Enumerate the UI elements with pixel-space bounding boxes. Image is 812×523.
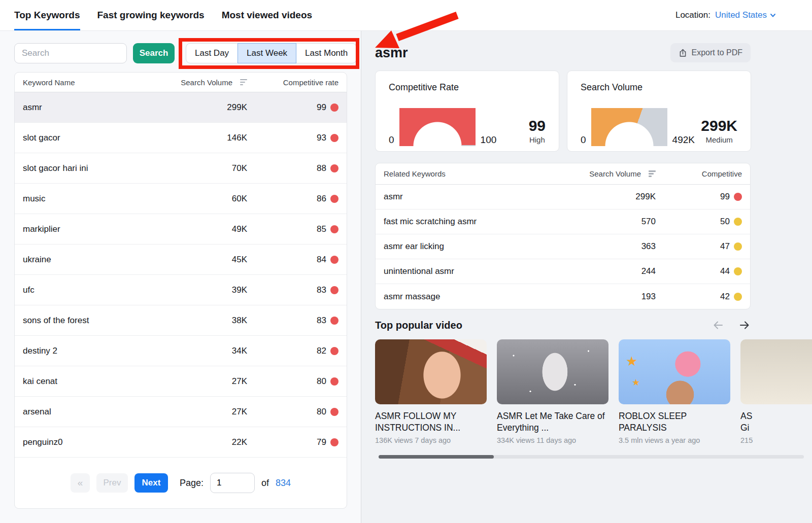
cell-rate: 44 [656, 266, 742, 276]
videos-header: Top popular video [375, 319, 751, 331]
video-thumbnail[interactable] [375, 339, 487, 404]
cell-volume: 60K [166, 194, 247, 204]
carousel-next-icon[interactable] [738, 319, 751, 331]
table-row[interactable]: arsenal 27K 80 [15, 397, 347, 427]
competitive-rate-gauge [399, 108, 476, 146]
next-page-button[interactable]: Next [134, 473, 168, 493]
rate-dot [330, 164, 339, 172]
table-row[interactable]: ufc 39K 83 [15, 275, 347, 305]
rate-dot [330, 286, 339, 294]
cell-volume: 34K [166, 346, 247, 356]
video-thumbnail[interactable]: ★ ★ [619, 339, 730, 404]
cell-volume: 299K [569, 192, 656, 202]
filter-last-day[interactable]: Last Day [186, 43, 238, 63]
filter-last-month[interactable]: Last Month [296, 43, 357, 63]
related-row[interactable]: fast mic scratching asmr 570 50 [376, 210, 750, 234]
horizontal-scrollbar-track [379, 455, 804, 459]
video-thumbnail[interactable] [497, 339, 608, 404]
page-label: Page: [180, 478, 204, 489]
total-pages-link[interactable]: 834 [276, 478, 291, 489]
rate-value: 80 [317, 407, 326, 417]
filter-last-week[interactable]: Last Week [238, 43, 296, 63]
table-row[interactable]: penguinz0 22K 79 [15, 427, 347, 458]
rate-value: 79 [317, 437, 326, 447]
page-number-input[interactable] [210, 473, 255, 493]
keyword-detail-pane: asmr Export to PDF Competitive Rate 0 10… [361, 31, 812, 523]
gauge-level: Medium [705, 135, 732, 144]
page-title: asmr [375, 45, 408, 61]
tab-fast-growing-keywords[interactable]: Fast growing keywords [97, 0, 205, 30]
table-row[interactable]: destiny 2 34K 82 [15, 336, 347, 366]
nav-tabs: Top Keywords Fast growing keywords Most … [14, 0, 312, 30]
star-decoration: ★ [632, 377, 640, 388]
video-title[interactable]: AS Gi [740, 410, 812, 434]
cell-rate: 93 [247, 133, 339, 143]
col-search-volume[interactable]: Search Volume [166, 78, 247, 87]
rate-dot [330, 347, 339, 355]
cell-rate: 80 [247, 407, 339, 417]
export-to-pdf-button[interactable]: Export to PDF [670, 43, 751, 62]
prev-page-button[interactable]: Prev [96, 473, 128, 493]
tab-top-keywords[interactable]: Top Keywords [14, 0, 80, 30]
star-decoration: ★ [626, 354, 637, 369]
rate-dot [734, 267, 742, 275]
video-card: ASMR Let Me Take Care of Everything ... … [497, 339, 608, 444]
search-button[interactable]: Search [133, 43, 175, 63]
table-row[interactable]: kai cenat 27K 80 [15, 366, 347, 397]
sort-icon [240, 79, 247, 86]
gauge-max: 492K [672, 134, 695, 146]
video-thumbnail[interactable] [740, 339, 812, 404]
location-dropdown[interactable]: United States [715, 10, 776, 20]
video-title[interactable]: ROBLOX SLEEP PARALYSIS [619, 410, 730, 434]
search-input[interactable] [14, 43, 127, 63]
table-row[interactable]: slot gacor hari ini 70K 88 [15, 153, 347, 184]
first-page-button[interactable]: « [71, 473, 90, 493]
rate-dot [330, 103, 339, 112]
related-row[interactable]: asmr 299K 99 [376, 185, 750, 210]
horizontal-scrollbar-thumb[interactable] [379, 455, 494, 459]
cell-volume: 363 [569, 241, 656, 252]
export-label: Export to PDF [692, 48, 742, 57]
competitive-rate-card: Competitive Rate 0 100 99 High [375, 71, 559, 152]
table-row[interactable]: sons of the forest 38K 83 [15, 305, 347, 336]
export-icon [679, 49, 687, 57]
cell-keyword: unintentional asmr [384, 266, 569, 276]
video-meta: 136K views 7 days ago [375, 436, 487, 444]
cell-volume: 39K [166, 285, 247, 295]
video-meta: 215 [740, 436, 812, 444]
col-competitive-rate: Competitive rate [247, 78, 339, 87]
rate-value: 42 [720, 292, 730, 302]
gauge-min: 0 [581, 134, 586, 146]
related-row[interactable]: asmr massage 193 42 [376, 284, 750, 309]
cell-keyword: slot gacor hari ini [23, 163, 166, 173]
rate-dot [330, 134, 339, 142]
cell-volume: 570 [569, 217, 656, 227]
table-row[interactable]: markiplier 49K 85 [15, 214, 347, 245]
video-title[interactable]: ASMR FOLLOW MY INSTRUCTIONS IN... [375, 410, 487, 434]
keywords-pane: Search Last Day Last Week Last Month Key… [0, 31, 361, 523]
time-filter-group: Last Day Last Week Last Month [186, 43, 357, 63]
tab-most-viewed-videos[interactable]: Most viewed videos [222, 0, 312, 30]
cell-volume: 146K [166, 133, 247, 143]
col-search-volume[interactable]: Search Volume [569, 169, 656, 178]
video-title[interactable]: ASMR Let Me Take Care of Everything ... [497, 410, 608, 434]
rate-dot [330, 195, 339, 203]
table-row[interactable]: ukraine 45K 84 [15, 245, 347, 275]
table-row[interactable]: asmr 299K 99 [15, 92, 347, 123]
table-row[interactable]: slot gacor 146K 93 [15, 123, 347, 153]
sort-icon [649, 170, 656, 177]
cell-volume: 193 [569, 292, 656, 302]
table-row[interactable]: music 60K 86 [15, 184, 347, 214]
cell-keyword: asmr ear licking [384, 241, 569, 252]
rate-value: 47 [720, 241, 730, 252]
cell-keyword: markiplier [23, 224, 166, 234]
gauge-min: 0 [389, 134, 394, 146]
col-competitive: Competitive [656, 169, 742, 178]
related-row[interactable]: asmr ear licking 363 47 [376, 234, 750, 259]
cell-keyword: destiny 2 [23, 346, 166, 356]
cell-rate: 84 [247, 255, 339, 265]
rate-value: 83 [317, 316, 326, 326]
cell-rate: 83 [247, 285, 339, 295]
related-row[interactable]: unintentional asmr 244 44 [376, 259, 750, 284]
carousel-prev-icon[interactable] [712, 319, 724, 331]
